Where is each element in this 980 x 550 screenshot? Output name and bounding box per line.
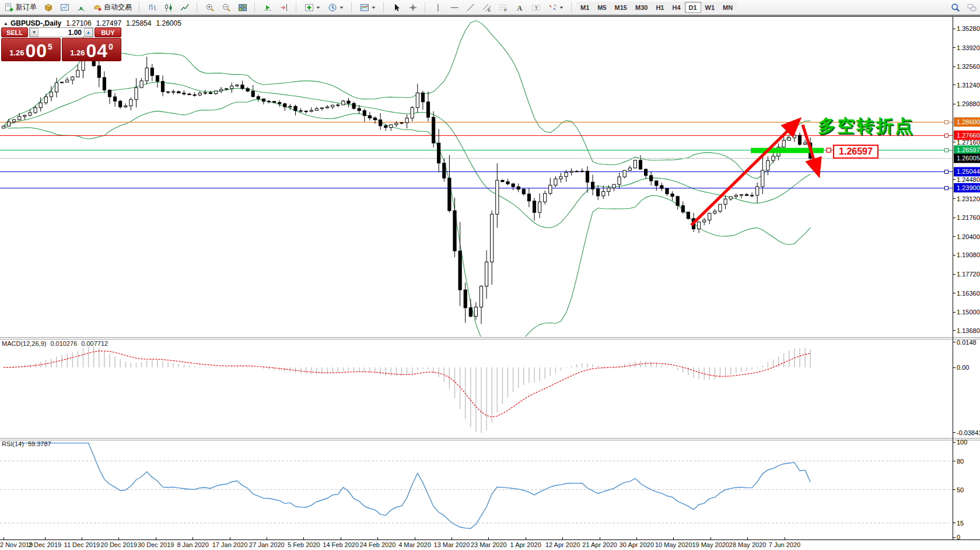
horizontal-line-button[interactable] bbox=[447, 1, 462, 13]
chevron-down-icon bbox=[339, 3, 344, 12]
search-icon bbox=[951, 3, 960, 12]
sell-price[interactable]: 1.26005 bbox=[1, 38, 61, 61]
buy-button[interactable]: BUY bbox=[94, 27, 121, 37]
signals-icon bbox=[76, 3, 86, 12]
chart-shift-icon bbox=[279, 3, 289, 12]
label-button[interactable]: T bbox=[528, 1, 544, 13]
chart-shift-button[interactable] bbox=[276, 1, 292, 13]
templates-button[interactable] bbox=[357, 1, 379, 13]
chart-candles-button[interactable] bbox=[161, 1, 176, 13]
fibonacci-button[interactable]: F bbox=[496, 1, 511, 13]
toolbar-group-separator bbox=[254, 2, 257, 12]
price-badge-label: 1.25044 bbox=[957, 168, 980, 175]
new-order-button[interactable]: 新订单 bbox=[2, 1, 40, 13]
toolbar-group-separator bbox=[351, 2, 354, 12]
tile-windows-button[interactable] bbox=[235, 1, 250, 13]
hline-icon bbox=[450, 3, 459, 12]
svg-text:A: A bbox=[517, 3, 523, 12]
arrows-button[interactable] bbox=[545, 1, 567, 13]
toolbar-group-separator bbox=[571, 2, 574, 12]
price-tick: 1.17720 bbox=[957, 271, 980, 278]
price-tag-label[interactable]: 1.26597 bbox=[833, 145, 878, 159]
auto-trading-button-label: 自动交易 bbox=[104, 2, 132, 12]
toolbar-group-separator bbox=[383, 2, 386, 12]
time-axis-label: 7 Jun 2020 bbox=[769, 541, 800, 548]
time-axis-label: 19 May 2020 bbox=[692, 541, 729, 548]
macd-value-signal: 0.007712 bbox=[81, 340, 108, 347]
templates-icon bbox=[360, 3, 369, 12]
price-badge-label: 1.27660 bbox=[957, 132, 980, 139]
macd-tick: -0.038415 bbox=[957, 429, 980, 436]
zoom-out-button[interactable] bbox=[219, 1, 234, 13]
ohlc-high: 1.27497 bbox=[96, 19, 121, 27]
text-button[interactable]: A bbox=[512, 1, 527, 13]
search-button[interactable] bbox=[948, 1, 963, 13]
timeframe-m15-button[interactable]: M15 bbox=[611, 2, 631, 13]
timeframe-mn-button[interactable]: MN bbox=[719, 2, 737, 13]
rsi-tick: 100 bbox=[957, 439, 967, 446]
ohlc-close: 1.26005 bbox=[156, 19, 181, 27]
timeframe-m5-button[interactable]: M5 bbox=[593, 2, 610, 13]
turning-point-annotation[interactable]: 多空转折点 bbox=[818, 114, 914, 138]
bars-icon bbox=[148, 3, 157, 12]
chevron-down-icon bbox=[371, 3, 376, 12]
macd-label: MACD(12,26,9)0.0102760.007712 bbox=[2, 340, 108, 347]
price-tick: 1.16360 bbox=[957, 290, 980, 297]
time-axis[interactable]: 2 Nov 20192 Dec 201911 Dec 201920 Dec 20… bbox=[0, 540, 980, 550]
timeframe-m1-button[interactable]: M1 bbox=[576, 2, 593, 13]
buy-price[interactable]: 1.26040 bbox=[62, 38, 121, 61]
time-axis-label: 10 May 2020 bbox=[655, 541, 692, 548]
trendline-button[interactable] bbox=[463, 1, 478, 13]
cursor-button[interactable] bbox=[389, 1, 404, 13]
data-window-icon bbox=[60, 3, 69, 12]
price-badge-label: 1.23900 bbox=[957, 184, 980, 191]
time-axis-label: 14 Feb 2020 bbox=[323, 541, 359, 548]
timeframe-d1-button[interactable]: D1 bbox=[685, 2, 701, 13]
timeframe-h4-button[interactable]: H4 bbox=[668, 2, 684, 13]
vertical-line-button[interactable] bbox=[430, 1, 446, 13]
crosshair-icon bbox=[408, 3, 418, 12]
time-axis-label: 5 Feb 2020 bbox=[288, 541, 320, 548]
volume-decrease-button[interactable]: ▼ bbox=[30, 28, 38, 37]
toolbar-group-separator bbox=[425, 2, 428, 12]
price-badge-label: 1.26005 bbox=[957, 155, 980, 162]
zoom-in-button[interactable] bbox=[202, 1, 218, 13]
channel-button[interactable]: E bbox=[480, 1, 495, 13]
time-axis-label: 30 Dec 2019 bbox=[138, 541, 174, 548]
ohlc-open: 1.27106 bbox=[66, 19, 91, 27]
timeframe-h1-button[interactable]: H1 bbox=[652, 2, 668, 13]
time-axis-label: 27 Jan 2020 bbox=[249, 541, 285, 548]
price-tick: 1.31240 bbox=[957, 82, 980, 89]
timeframe-w1-button[interactable]: W1 bbox=[701, 2, 719, 13]
volume-increase-button[interactable]: ▲ bbox=[84, 28, 93, 37]
chat-button[interactable] bbox=[964, 1, 979, 13]
auto-scroll-button[interactable] bbox=[260, 1, 275, 13]
chart-bars-button[interactable] bbox=[145, 1, 160, 13]
price-tick: 1.23120 bbox=[957, 195, 980, 202]
auto-trading-button[interactable]: 自动交易 bbox=[90, 1, 135, 13]
crosshair-button[interactable] bbox=[405, 1, 421, 13]
chart-line-button[interactable] bbox=[177, 1, 192, 13]
toolbar-group-separator bbox=[197, 2, 200, 12]
candles-icon bbox=[164, 3, 173, 12]
macd-tick: 0.00 bbox=[957, 364, 969, 371]
chat-icon bbox=[967, 3, 977, 12]
market-watch-button[interactable] bbox=[41, 1, 56, 13]
periods-button[interactable] bbox=[325, 1, 347, 13]
data-window-button[interactable] bbox=[57, 1, 72, 13]
price-tick: 1.35280 bbox=[957, 25, 980, 32]
price-tick: 1.15000 bbox=[957, 309, 980, 316]
signals-button[interactable] bbox=[74, 1, 89, 13]
volume-stepper: ▼ ▲ bbox=[29, 27, 93, 37]
timeframe-m30-button[interactable]: M30 bbox=[631, 2, 652, 13]
toolbar-group-separator bbox=[139, 2, 142, 12]
periods-icon bbox=[328, 3, 337, 12]
time-axis-label: 24 Feb 2020 bbox=[360, 541, 396, 548]
chart-canvas[interactable]: 1.352801.339201.325601.312401.298801.271… bbox=[0, 0, 980, 550]
price-tick: 1.20400 bbox=[957, 233, 980, 240]
volume-input[interactable] bbox=[38, 28, 84, 37]
sell-button[interactable]: SELL bbox=[1, 27, 28, 37]
new-order-icon bbox=[5, 3, 14, 12]
trendline-icon bbox=[466, 3, 475, 12]
indicators-button[interactable] bbox=[302, 1, 324, 13]
